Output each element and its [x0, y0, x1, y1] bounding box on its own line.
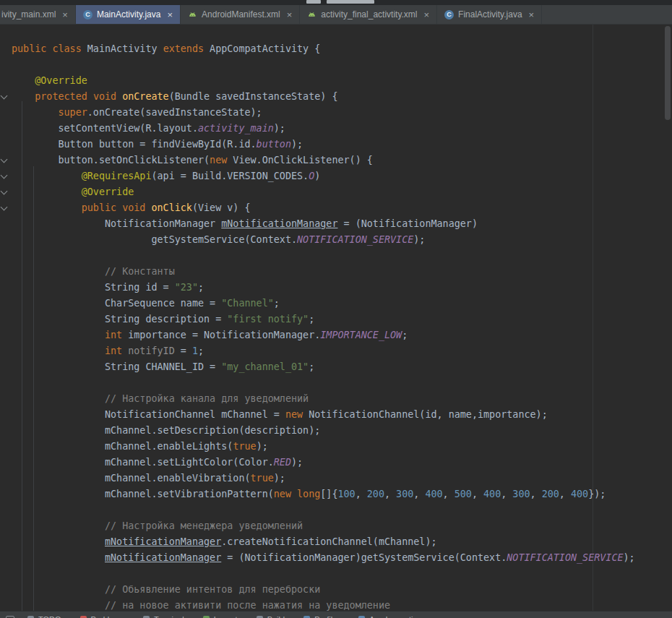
code-token: ; [198, 282, 204, 293]
code-token: public [82, 202, 116, 213]
code-line[interactable]: setContentView(R.layout.activity_main); [12, 121, 672, 137]
tab-activity_final_activtity.xml[interactable]: activity_final_activtity.xml× [300, 5, 437, 24]
code-token: // Настройка менеджера уведомлений [105, 520, 303, 531]
code-editor[interactable]: public class MainActivity extends AppCom… [0, 25, 672, 611]
statusbar-item-todo[interactable]: TODO [27, 615, 61, 618]
close-icon[interactable]: × [424, 10, 430, 20]
code-token: void [93, 91, 116, 102]
code-line[interactable]: // Настройка менеджера уведомлений [12, 518, 672, 534]
tab-ivity_main.xml[interactable]: ivity_main.xml× [0, 5, 76, 24]
code-token: new [285, 409, 303, 420]
code-line[interactable]: mNotificationManager = (NotificationMana… [12, 550, 672, 566]
fold-marker-icon[interactable] [1, 156, 8, 163]
code-line[interactable]: int notifyID = 1; [12, 343, 672, 359]
code-token: 1 [192, 346, 198, 356]
fold-marker-icon[interactable] [1, 93, 8, 100]
code-line[interactable]: String id = "23"; [12, 280, 672, 296]
close-icon[interactable]: × [62, 10, 68, 20]
code-line[interactable] [12, 502, 672, 518]
code-token: 200 [542, 489, 559, 499]
code-token: mNotificationManager [105, 552, 221, 563]
code-token: mChannel.setDescription(description); [105, 425, 320, 436]
code-line[interactable]: // Обьявление интентов для переброски [12, 582, 672, 598]
code-token: button.setOnClickListener( [59, 155, 210, 166]
close-icon[interactable]: × [529, 10, 535, 20]
tab-label: activity_final_activtity.xml [321, 9, 417, 20]
code-line[interactable]: @Override [12, 184, 672, 200]
code-line[interactable]: button.setOnClickListener(new View.OnCli… [12, 153, 672, 168]
code-token: mChannel.enableVibration( [105, 473, 251, 484]
android-studio-window: ivity_main.xml×CMainActivity.java×Androi… [0, 0, 672, 618]
fold-marker-icon[interactable] [1, 188, 8, 195]
code-token: 400 [571, 489, 588, 499]
code-line[interactable]: NotificationManager mNotificationManager… [12, 216, 672, 232]
close-icon[interactable]: × [167, 10, 173, 20]
code-line[interactable]: getSystemService(Context.NOTIFICATION_SE… [12, 232, 672, 248]
statusbar-item-logcat[interactable]: Logcat [203, 615, 238, 618]
close-icon[interactable]: × [287, 10, 293, 20]
code-token: importance = NotificationManager. [122, 330, 320, 340]
toolbar-button-remnant[interactable] [306, 0, 321, 4]
code-line[interactable]: CharSequence name = "Channel"; [12, 296, 672, 312]
code-token: CharSequence name = [105, 298, 221, 309]
statusbar-item-app-inspection[interactable]: App Inspection [358, 615, 422, 618]
statusbar-item-label: Terminal [154, 615, 184, 618]
code-token: , [413, 489, 425, 499]
code-token: // на новое активити после нажатия на ув… [105, 600, 390, 611]
statusbar-item-profiler[interactable]: Profiler [303, 615, 340, 618]
code-token: , [501, 489, 512, 499]
code-line[interactable]: mChannel.setDescription(description); [12, 423, 672, 439]
editor-tab-bar: ivity_main.xml×CMainActivity.java×Androi… [0, 5, 672, 25]
code-line[interactable] [12, 248, 672, 264]
code-line[interactable]: public class MainActivity extends AppCom… [12, 41, 672, 57]
code-token: Button button = findViewById(R.id. [59, 139, 257, 150]
code-line[interactable]: // Настройка канала для уведомлений [12, 391, 672, 407]
toolbar-button-remnant[interactable] [327, 0, 374, 4]
code-line[interactable]: int importance = NotificationManager.IMP… [12, 327, 672, 343]
code-line[interactable] [12, 57, 672, 73]
code-area[interactable]: public class MainActivity extends AppCom… [0, 25, 672, 611]
code-line[interactable]: // Константы [12, 264, 672, 280]
code-line[interactable]: protected void onCreate(Bundle savedInst… [12, 89, 672, 105]
code-line[interactable]: mChannel.setLightColor(Color.RED); [12, 455, 672, 471]
code-line[interactable]: @RequiresApi(api = Build.VERSION_CODES.O… [12, 168, 672, 184]
tab-FinalActivity.java[interactable]: CFinalActivity.java× [437, 5, 542, 24]
code-line[interactable]: mChannel.setVibrationPattern(new long[]{… [12, 486, 672, 502]
code-line[interactable]: @Override [12, 73, 672, 89]
code-token: @RequiresApi [82, 171, 152, 181]
code-line[interactable]: mChannel.enableLights(true); [12, 439, 672, 455]
code-token: MainActivity [82, 43, 163, 54]
code-line[interactable]: mNotificationManager.createNotificationC… [12, 534, 672, 550]
code-line[interactable]: String description = "first notify"; [12, 312, 672, 327]
tab-label: ivity_main.xml [1, 9, 56, 20]
fold-marker-icon[interactable] [1, 204, 8, 211]
code-token: = (NotificationManager)getSystemService(… [221, 552, 507, 563]
code-token: mNotificationManager [105, 536, 221, 547]
code-token: String description = [105, 314, 227, 325]
code-token: new [274, 489, 291, 499]
code-line[interactable]: public void onClick(View v) { [12, 200, 672, 216]
fold-marker-icon[interactable] [1, 172, 8, 179]
statusbar-item-label: Profiler [314, 615, 340, 618]
code-line[interactable] [12, 375, 672, 391]
code-token: = [175, 346, 192, 356]
tab-label: FinalActivity.java [458, 9, 522, 20]
code-line[interactable] [12, 566, 672, 582]
code-token: .createNotificationChannel(mChannel); [221, 536, 436, 547]
code-line[interactable]: super.onCreate(savedInstanceState); [12, 105, 672, 121]
tab-AndroidManifest.xml[interactable]: AndroidManifest.xml× [181, 5, 300, 24]
code-token: "23" [175, 282, 198, 293]
code-line[interactable]: // на новое активити после нажатия на ув… [12, 598, 672, 611]
statusbar-item-terminal[interactable]: Terminal [143, 615, 184, 618]
code-line[interactable]: String CHANNEL_ID = "my_channel_01"; [12, 359, 672, 375]
statusbar-item-problems[interactable]: Problems [80, 615, 124, 618]
statusbar-item-build[interactable]: Build [257, 615, 285, 618]
code-token: 100 [337, 489, 355, 499]
code-line[interactable]: Button button = findViewById(R.id.button… [12, 137, 672, 153]
code-token [116, 202, 122, 213]
code-line[interactable]: mChannel.enableVibration(true); [12, 471, 672, 486]
scrollbar-thumb[interactable] [665, 26, 671, 120]
code-line[interactable]: NotificationChannel mChannel = new Notif… [12, 407, 672, 423]
tab-MainActivity.java[interactable]: CMainActivity.java× [76, 5, 181, 24]
code-token: class [52, 43, 81, 54]
